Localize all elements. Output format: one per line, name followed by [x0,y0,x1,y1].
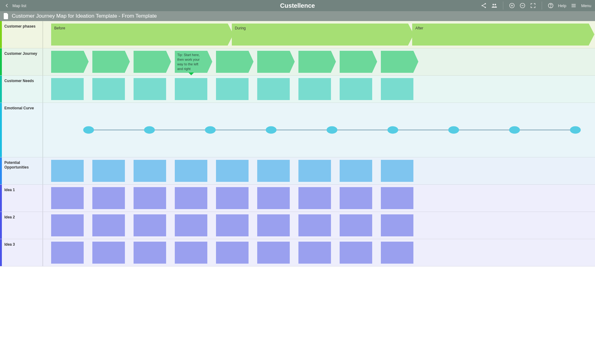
emotion-point[interactable] [83,126,94,134]
emotion-point[interactable] [509,126,520,134]
svg-point-4 [495,4,496,5]
needs-card[interactable] [175,78,207,100]
lane-label[interactable]: Idea 1 [2,185,43,212]
menu-icon[interactable] [571,2,577,9]
opp-card[interactable] [134,160,166,182]
needs-card[interactable] [257,78,290,100]
separator [503,2,503,10]
lane-idea: Idea 3 [0,239,595,266]
topbar: Map list Custellence Help Menu [0,0,595,11]
opp-card[interactable] [216,160,249,182]
idea-card[interactable] [51,214,84,236]
emotion-point[interactable] [387,126,398,134]
help-icon[interactable] [548,2,554,9]
emotion-point[interactable] [448,126,459,134]
idea-card[interactable] [340,187,372,209]
svg-point-3 [492,4,494,5]
opp-card[interactable] [92,160,125,182]
fullscreen-icon[interactable] [530,2,536,9]
emotion-point[interactable] [327,126,337,134]
lane-potential-opportunities: Potential Opportunities [0,157,595,185]
emotion-point[interactable] [570,126,581,134]
opp-card[interactable] [175,160,207,182]
emotion-point[interactable] [144,126,155,134]
phase-card[interactable]: After [412,24,589,46]
idea-card[interactable] [216,214,249,236]
emotional-curve-chart[interactable] [51,103,589,157]
idea-card[interactable] [175,214,207,236]
menu-link[interactable]: Menu [581,3,591,8]
idea-card[interactable] [175,242,207,264]
idea-card[interactable] [298,187,331,209]
help-link[interactable]: Help [558,3,566,8]
idea-card[interactable] [298,242,331,264]
idea-card[interactable] [216,242,249,264]
opp-card[interactable] [340,160,372,182]
idea-card[interactable] [257,242,290,264]
idea-card[interactable] [340,214,372,236]
idea-card[interactable] [134,214,166,236]
zoom-out-icon[interactable] [519,2,526,9]
idea-card[interactable] [134,242,166,264]
zoom-in-icon[interactable] [509,2,515,9]
map-list-link[interactable]: Map list [12,3,26,8]
lane-label[interactable]: Customer phases [2,21,43,48]
idea-card[interactable] [340,242,372,264]
journey-canvas[interactable]: Customer phases BeforeDuringAfter Custom… [0,21,595,364]
emotion-point[interactable] [266,126,277,134]
subheader: Customer Journey Map for Ideation Templa… [0,11,595,21]
needs-card[interactable] [298,78,331,100]
idea-card[interactable] [134,187,166,209]
needs-card[interactable] [340,78,372,100]
idea-card[interactable] [51,187,84,209]
journey-card[interactable] [381,51,413,73]
collaborators-icon[interactable] [491,2,497,9]
idea-card[interactable] [381,242,413,264]
lane-label[interactable]: Customer Journey [2,48,43,75]
lane-label[interactable]: Potential Opportunities [2,157,43,184]
lane-emotional-curve: Emotional Curve [0,103,595,157]
idea-card[interactable] [92,187,125,209]
share-icon[interactable] [481,2,487,9]
lane-label[interactable]: Emotional Curve [2,103,43,157]
opp-card[interactable] [257,160,290,182]
idea-card[interactable] [381,187,413,209]
idea-card[interactable] [298,214,331,236]
opp-card[interactable] [381,160,413,182]
journey-card[interactable] [134,51,166,73]
journey-card[interactable] [92,51,125,73]
idea-card[interactable] [92,242,125,264]
idea-card[interactable] [92,214,125,236]
opp-card[interactable] [51,160,84,182]
journey-card[interactable]: Tip: Start here, then work your way to t… [175,51,207,73]
needs-card[interactable] [92,78,125,100]
document-icon [4,13,9,19]
lane-label[interactable]: Idea 3 [2,239,43,266]
idea-card[interactable] [51,242,84,264]
needs-card[interactable] [51,78,84,100]
back-arrow-icon[interactable] [4,2,10,9]
idea-card[interactable] [257,214,290,236]
journey-card[interactable] [298,51,331,73]
lane-label[interactable]: Idea 2 [2,212,43,239]
needs-card[interactable] [381,78,413,100]
opp-card[interactable] [298,160,331,182]
journey-card[interactable] [257,51,290,73]
lane-customer-phases: Customer phases BeforeDuringAfter [0,21,595,48]
lane-customer-journey: Customer Journey Tip: Start here, then w… [0,48,595,76]
idea-card[interactable] [216,187,249,209]
phase-card[interactable]: Before [51,24,228,46]
map-title[interactable]: Customer Journey Map for Ideation Templa… [12,13,157,19]
needs-card[interactable] [134,78,166,100]
journey-card[interactable] [51,51,84,73]
journey-card[interactable] [340,51,372,73]
journey-card[interactable] [216,51,249,73]
brand-logo: Custellence [280,2,315,9]
idea-card[interactable] [257,187,290,209]
lane-label[interactable]: Customer Needs [2,76,43,103]
idea-card[interactable] [175,187,207,209]
emotion-point[interactable] [205,126,216,134]
needs-card[interactable] [216,78,249,100]
idea-card[interactable] [381,214,413,236]
phase-card[interactable]: During [232,24,408,46]
